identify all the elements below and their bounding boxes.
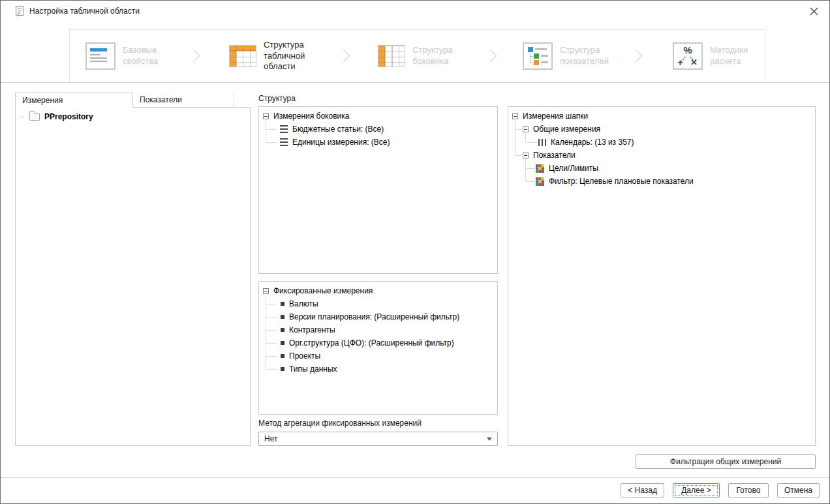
grid-left-icon bbox=[378, 45, 405, 67]
wizard-step-sidehead-structure[interactable]: Структура боковика bbox=[378, 30, 468, 82]
tree-connector bbox=[526, 168, 534, 169]
tree-row-header-dimensions[interactable]: Измерения шапки bbox=[512, 110, 588, 123]
group-label: Измерения шапки bbox=[523, 111, 588, 121]
dialog-window: Настройка табличной области Базовые свой… bbox=[0, 0, 830, 504]
next-button[interactable]: Далее > bbox=[673, 483, 720, 497]
tree-connector bbox=[266, 356, 277, 357]
group-label: Общие измерения bbox=[533, 125, 600, 134]
tab-label: Показатели bbox=[140, 95, 182, 104]
tree-connector bbox=[266, 330, 277, 331]
tree-row-calendar[interactable]: Календарь: (13 из 357) bbox=[538, 136, 634, 149]
tree-row-goals-limits[interactable]: Цели/Лимиты bbox=[536, 162, 598, 175]
tree-row-counterparties[interactable]: Контрагенты bbox=[281, 323, 335, 336]
item-label: Типы данных bbox=[289, 364, 337, 374]
tab-dimensions[interactable]: Измерения bbox=[15, 93, 133, 108]
calendar-dimension-icon bbox=[538, 139, 546, 146]
item-label: Цели/Лимиты bbox=[549, 164, 598, 173]
tree-connector bbox=[266, 369, 277, 370]
tree-connector bbox=[266, 120, 266, 142]
tree-row-common-dimensions[interactable]: Общие измерения bbox=[523, 123, 600, 136]
tree-row-currencies[interactable]: Валюты bbox=[281, 297, 318, 310]
tree-row-data-types[interactable]: Типы данных bbox=[281, 363, 337, 376]
folder-icon bbox=[29, 113, 40, 121]
percent-calc-icon bbox=[673, 42, 703, 70]
tree-row-projects[interactable]: Проекты bbox=[281, 349, 320, 363]
close-button[interactable] bbox=[806, 4, 822, 18]
tree-connector bbox=[515, 155, 522, 156]
wizard-step-table-area-structure[interactable]: Структура табличной области bbox=[229, 30, 324, 82]
group-label: Фиксированные измерения bbox=[273, 286, 373, 295]
wizard-step-basic-properties[interactable]: Базовые свойства bbox=[85, 30, 178, 82]
tree-connector bbox=[266, 295, 266, 369]
group-label: Измерения боковика bbox=[273, 111, 349, 121]
structure-section-label: Структура bbox=[258, 94, 296, 103]
title-bar: Настройка табличной области bbox=[1, 1, 829, 22]
cube-icon bbox=[536, 164, 544, 173]
tree-row-measure-units[interactable]: Единицы измерения: (Все) bbox=[280, 136, 390, 149]
square-bullet-icon bbox=[281, 367, 284, 371]
collapse-icon[interactable] bbox=[263, 113, 269, 119]
tree-structure-icon bbox=[523, 42, 553, 70]
cancel-button[interactable]: Отмена bbox=[777, 483, 820, 497]
step-label: Структура табличной области bbox=[264, 40, 324, 73]
back-button[interactable]: < Назад bbox=[621, 483, 664, 497]
tab-label: Измерения bbox=[22, 96, 63, 105]
tree-connector bbox=[525, 159, 526, 181]
group-label: Показатели bbox=[533, 151, 576, 160]
side-dimensions-box: Измерения боковика Бюджетные статьи: (Вс… bbox=[258, 106, 498, 274]
collapse-icon[interactable] bbox=[263, 288, 269, 294]
square-bullet-icon bbox=[281, 328, 284, 332]
dialog-document-icon bbox=[14, 5, 25, 17]
tree-row-filter-target-indicators[interactable]: Фильтр: Целевые плановые показатели bbox=[536, 175, 694, 188]
collapse-icon[interactable] bbox=[512, 113, 518, 119]
chevron-separator-icon bbox=[187, 49, 200, 63]
dialog-buttons: < Назад Далее > Готово Отмена bbox=[621, 483, 820, 497]
tree-connector bbox=[525, 133, 526, 142]
step-label: Базовые свойства bbox=[123, 45, 178, 67]
tree-row-side-dimensions[interactable]: Измерения боковика bbox=[263, 110, 349, 123]
tree-connector bbox=[266, 142, 277, 143]
tree-row-repository[interactable]: PPrepository bbox=[20, 110, 93, 123]
aggregation-method-select[interactable]: Нет bbox=[258, 432, 498, 446]
document-icon bbox=[85, 42, 115, 70]
square-bullet-icon bbox=[281, 315, 284, 319]
tree-row-fixed-dimensions[interactable]: Фиксированные измерения bbox=[263, 284, 373, 297]
item-label: Орг.структура (ЦФО): (Расширенный фильтр… bbox=[289, 338, 454, 348]
tree-row-org-structure[interactable]: Орг.структура (ЦФО): (Расширенный фильтр… bbox=[281, 336, 454, 349]
step-label: Структура боковика bbox=[412, 45, 468, 67]
chevron-separator-icon bbox=[629, 49, 643, 63]
finish-button[interactable]: Готово bbox=[728, 483, 769, 497]
item-label: Контрагенты bbox=[289, 325, 335, 334]
aggregation-method-label: Метод агрегации фиксированных измерений bbox=[258, 419, 422, 428]
item-label: Единицы измерения: (Все) bbox=[292, 138, 390, 147]
collapse-icon[interactable] bbox=[523, 153, 529, 158]
square-bullet-icon bbox=[281, 341, 284, 345]
chevron-separator-icon bbox=[484, 49, 497, 63]
window-title: Настройка табличной области bbox=[29, 7, 140, 16]
bottom-separator bbox=[1, 477, 829, 478]
step-label: Структура показателей bbox=[560, 45, 625, 67]
filter-common-dimensions-button[interactable]: Фильтрация общих измерений bbox=[636, 454, 816, 469]
tree-connector bbox=[266, 343, 277, 344]
tree-connector bbox=[526, 142, 537, 143]
collapse-icon[interactable] bbox=[523, 126, 529, 132]
tree-connector bbox=[526, 181, 534, 182]
tree-connector bbox=[266, 304, 277, 304]
tree-row-budget-items[interactable]: Бюджетные статьи: (Все) bbox=[280, 123, 384, 136]
item-label: Проекты bbox=[289, 351, 320, 361]
tab-indicators[interactable]: Показатели bbox=[133, 93, 234, 107]
item-label: Фильтр: Целевые плановые показатели bbox=[549, 177, 694, 186]
fixed-dimensions-box: Фиксированные измерения Валюты Версии пл… bbox=[258, 281, 498, 415]
wizard-step-indicators-structure[interactable]: Структура показателей bbox=[523, 30, 625, 82]
header-dimensions-panel: Измерения шапки Общие измерения Календар… bbox=[508, 106, 816, 446]
tree-row-planning-versions[interactable]: Версии планирования: (Расширенный фильтр… bbox=[281, 310, 459, 323]
wizard-step-calculation-methods[interactable]: Методики расчета bbox=[673, 30, 765, 82]
tree-connector bbox=[515, 129, 522, 130]
chevron-separator-icon bbox=[337, 49, 350, 63]
dropdown-arrow-icon bbox=[487, 437, 492, 441]
tree-connector bbox=[20, 117, 25, 117]
square-bullet-icon bbox=[281, 302, 284, 306]
tree-connector bbox=[266, 317, 277, 318]
tree-row-indicators-group[interactable]: Показатели bbox=[523, 149, 576, 162]
item-label: Бюджетные статьи: (Все) bbox=[292, 125, 384, 134]
